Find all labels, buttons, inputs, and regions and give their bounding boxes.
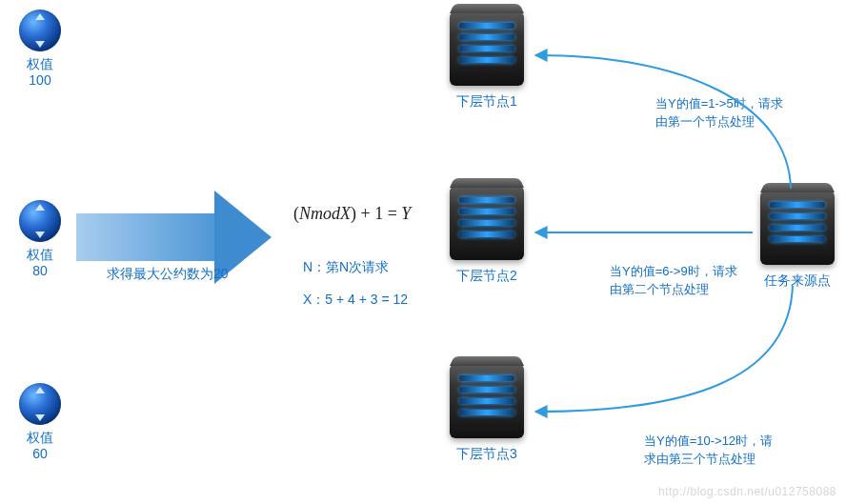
weight-label: 权值 (11, 55, 69, 72)
route-text-line: 由第一个节点处理 (655, 113, 822, 131)
weight-node-1: 权值 100 (11, 10, 69, 88)
weight-value: 100 (11, 72, 69, 88)
gcd-text: 求得最大公约数为20 (107, 266, 229, 283)
formula-n-line: N：第N次请求 (303, 259, 389, 276)
server-label: 下层节点3 (446, 446, 528, 463)
route-text-1: 当Y的值=1->5时，请求 由第一个节点处理 (655, 95, 822, 131)
route-text-line: 当Y的值=10->12时，请 (644, 433, 811, 451)
formula-expression: (NmodX) + 1 = Y (286, 200, 418, 228)
server-icon (450, 11, 524, 86)
server-node-2: 下层节点2 (446, 186, 528, 285)
server-icon (450, 186, 524, 260)
weight-value: 80 (11, 263, 69, 278)
route-text-line: 求由第三个节点处理 (644, 451, 811, 469)
watermark-text: http://blog.csdn.net/u012758088 (658, 485, 836, 498)
globe-icon (19, 10, 61, 51)
weight-label: 权值 (11, 246, 69, 263)
globe-icon (19, 383, 61, 425)
weight-value: 60 (11, 446, 69, 461)
weight-node-2: 权值 80 (11, 200, 69, 278)
server-label: 下层节点1 (446, 93, 528, 111)
server-node-1: 下层节点1 (446, 11, 528, 111)
server-icon (760, 191, 835, 265)
route-text-2: 当Y的值=6->9时，请求 由第二个节点处理 (610, 263, 776, 299)
server-node-3: 下层节点3 (446, 364, 528, 463)
route-text-line: 当Y的值=6->9时，请求 (610, 263, 776, 281)
formula-x-line: X：5 + 4 + 3 = 12 (303, 292, 408, 309)
globe-icon (19, 200, 61, 242)
route-text-line: 由第二个节点处理 (610, 281, 776, 299)
server-icon (450, 364, 524, 438)
weight-label: 权值 (11, 429, 69, 446)
weight-node-3: 权值 60 (11, 383, 69, 461)
route-text-3: 当Y的值=10->12时，请 求由第三个节点处理 (644, 433, 811, 469)
route-text-line: 当Y的值=1->5时，请求 (655, 95, 822, 113)
server-label: 下层节点2 (446, 268, 528, 285)
